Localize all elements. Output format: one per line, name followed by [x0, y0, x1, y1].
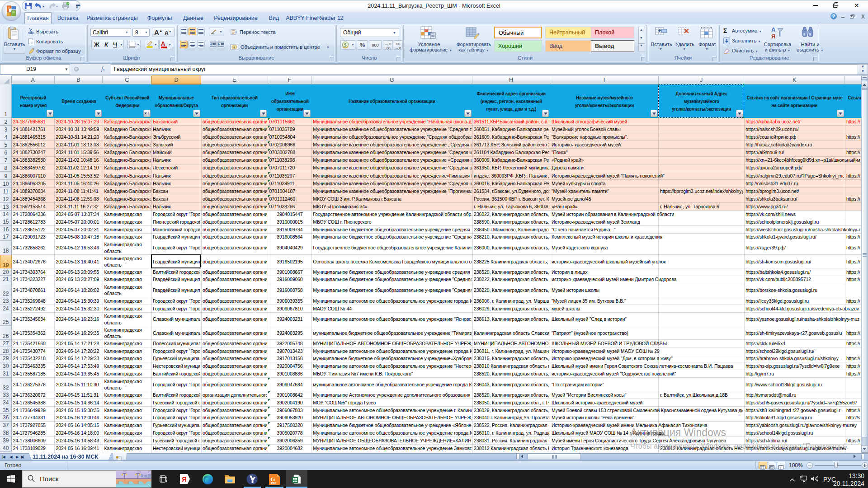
svg-text:А: А — [771, 26, 776, 33]
svg-text:a: a — [233, 46, 235, 49]
svg-text:Я: Я — [771, 33, 775, 40]
svg-text:PDF: PDF — [271, 482, 277, 484]
svg-text:Я: Я — [182, 475, 187, 483]
svg-text:ab: ab — [211, 32, 214, 35]
svg-text:$: $ — [344, 42, 347, 47]
